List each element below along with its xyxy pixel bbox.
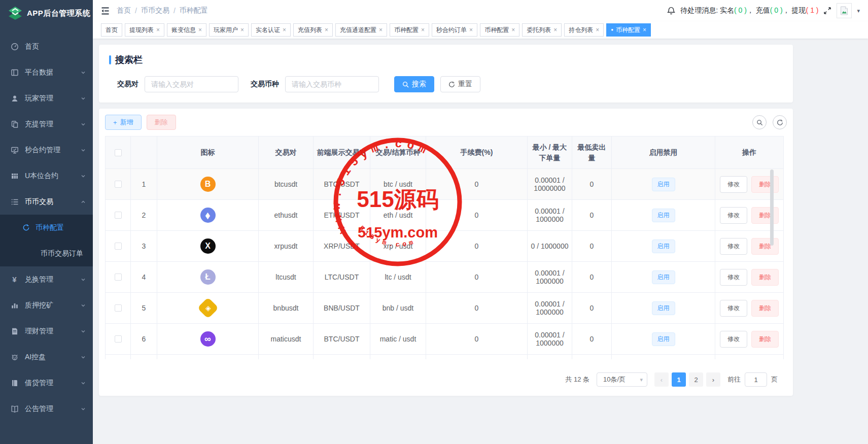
close-icon[interactable]: ×: [240, 26, 244, 33]
jump-label: 前往: [727, 375, 741, 384]
tab-account-changes[interactable]: 账变信息×: [167, 23, 206, 37]
status-badge[interactable]: 启用: [652, 209, 675, 222]
status-badge[interactable]: 启用: [652, 240, 675, 253]
edit-button[interactable]: 修改: [720, 207, 747, 224]
fullscreen-icon[interactable]: [823, 7, 831, 15]
close-icon[interactable]: ×: [511, 26, 515, 33]
tab-recharge-channel-config[interactable]: 充值通道配置×: [335, 23, 387, 37]
tab-player-users[interactable]: 玩家用户×: [209, 23, 249, 37]
close-icon[interactable]: ×: [325, 26, 328, 33]
sidebar-item-label: 秒合约管理: [25, 146, 60, 155]
delete-button[interactable]: 删除: [751, 207, 779, 224]
cell-fee: 0: [426, 200, 528, 231]
batch-delete-button[interactable]: 删除: [147, 115, 176, 130]
pending-withdraw-label: 提现: [792, 6, 806, 14]
breadcrumb-item-coin-config[interactable]: 币种配置: [180, 6, 208, 15]
close-icon[interactable]: ×: [379, 26, 383, 33]
xrp-coin-icon: X: [200, 238, 216, 254]
table-search-toggle-button[interactable]: [752, 115, 767, 129]
close-icon[interactable]: ×: [283, 26, 286, 33]
sidebar-item-platform-data[interactable]: 平台数据: [0, 59, 93, 85]
sidebar-item-label: AI控盘: [25, 353, 46, 362]
delete-button[interactable]: 删除: [751, 269, 779, 286]
sidebar-item-coin-trade[interactable]: 币币交易: [0, 189, 93, 215]
page-size-select[interactable]: 10条/页 ▾: [597, 372, 647, 387]
tab-coin-config-1[interactable]: 币种配置×: [390, 23, 429, 37]
page-button-2[interactable]: 2: [689, 372, 703, 387]
row-checkbox[interactable]: [115, 243, 122, 250]
sidebar-item-exchange-mgmt[interactable]: ¥ 兑换管理: [0, 266, 93, 292]
edit-button[interactable]: 修改: [720, 331, 747, 348]
tab-recharge-list[interactable]: 充值列表×: [293, 23, 333, 37]
tab-coin-config-active[interactable]: ●币种配置×: [606, 23, 651, 37]
tab-coin-config-2[interactable]: 币种配置×: [480, 23, 519, 37]
content: 搜索栏 交易对 交易币种 搜索 重置: [93, 39, 868, 444]
tab-entrust-list[interactable]: 委托列表×: [522, 23, 562, 37]
row-checkbox[interactable]: [115, 274, 122, 281]
status-badge[interactable]: 启用: [652, 178, 675, 191]
delete-button[interactable]: 删除: [751, 300, 779, 317]
close-icon[interactable]: ×: [596, 26, 599, 33]
prev-page-button[interactable]: ‹: [654, 372, 669, 387]
row-checkbox[interactable]: [115, 335, 122, 343]
edit-button[interactable]: 修改: [720, 300, 747, 317]
sidebar-item-player-mgmt[interactable]: 玩家管理: [0, 85, 93, 111]
close-icon[interactable]: ×: [643, 26, 646, 33]
breadcrumb-item-coin-trade[interactable]: 币币交易: [141, 6, 169, 15]
sidebar-item-loan-mgmt[interactable]: 借贷管理: [0, 370, 93, 396]
sidebar-item-deposit-withdraw[interactable]: 充提管理: [0, 111, 93, 137]
select-all-checkbox[interactable]: [115, 149, 122, 156]
pair-input[interactable]: [145, 76, 238, 92]
sidebar-subitem-coin-config[interactable]: 币种配置: [0, 215, 93, 241]
tab-home[interactable]: 首页: [101, 23, 122, 37]
jump-page-input[interactable]: [745, 372, 767, 387]
edit-button[interactable]: 修改: [720, 238, 747, 255]
table-scrollbar-thumb[interactable]: [770, 169, 774, 246]
tab-withdraw-list[interactable]: 提现列表×: [125, 23, 164, 37]
delete-button[interactable]: 删除: [751, 331, 779, 348]
header-settle-pair: 交易/结算币种: [370, 136, 426, 169]
breadcrumb-item-home[interactable]: 首页: [117, 6, 131, 15]
reset-button[interactable]: 重置: [440, 76, 480, 92]
add-button[interactable]: + 新增: [105, 115, 142, 130]
status-badge[interactable]: 启用: [652, 301, 675, 315]
sidebar-item-home[interactable]: 首页: [0, 33, 93, 59]
coin-input[interactable]: [285, 76, 379, 92]
edit-button[interactable]: 修改: [720, 269, 747, 286]
status-badge[interactable]: 启用: [652, 270, 675, 284]
close-icon[interactable]: ×: [469, 26, 473, 33]
cell-minsell: 0: [572, 169, 612, 200]
row-checkbox[interactable]: [115, 212, 122, 219]
tab-kyc[interactable]: 实名认证×: [251, 23, 291, 37]
delete-button[interactable]: 删除: [751, 238, 779, 255]
close-icon[interactable]: ×: [156, 26, 160, 33]
cell-settle-pair: ltc / usdt: [370, 262, 426, 293]
sidebar-item-announcement-mgmt[interactable]: 公告管理: [0, 396, 93, 422]
avatar[interactable]: [837, 3, 852, 18]
sidebar-item-seconds-contract[interactable]: 秒合约管理: [0, 137, 93, 163]
table-refresh-button[interactable]: [773, 115, 787, 129]
delete-button[interactable]: 删除: [751, 176, 779, 193]
close-icon[interactable]: ×: [198, 26, 202, 33]
sidebar-item-wealth-mgmt[interactable]: 理财管理: [0, 318, 93, 344]
status-badge[interactable]: 启用: [652, 332, 675, 346]
page-button-1[interactable]: 1: [672, 372, 686, 387]
sidebar-item-u-contract[interactable]: U本位合约: [0, 163, 93, 189]
tab-seconds-orders[interactable]: 秒合约订单×: [432, 23, 477, 37]
user-menu-caret-icon[interactable]: ▾: [857, 8, 860, 14]
row-checkbox[interactable]: [115, 304, 122, 312]
close-icon[interactable]: ×: [553, 26, 557, 33]
tab-position-list[interactable]: 持仓列表×: [564, 23, 604, 37]
close-icon[interactable]: ×: [421, 26, 425, 33]
search-button[interactable]: 搜索: [394, 76, 434, 92]
bell-icon[interactable]: [667, 7, 675, 15]
sidebar-item-staking-mining[interactable]: 质押挖矿: [0, 292, 93, 318]
sidebar-subitem-coin-trade-orders[interactable]: 币币交易订单: [0, 241, 93, 266]
cell-pair: xrpusdt: [259, 231, 314, 262]
sidebar-collapse-icon[interactable]: [101, 7, 110, 15]
row-checkbox[interactable]: [115, 181, 122, 188]
sidebar-item-label: 充提管理: [25, 120, 53, 129]
sidebar-item-ai-control[interactable]: AI控盘: [0, 344, 93, 370]
edit-button[interactable]: 修改: [720, 176, 747, 193]
next-page-button[interactable]: ›: [706, 372, 720, 387]
